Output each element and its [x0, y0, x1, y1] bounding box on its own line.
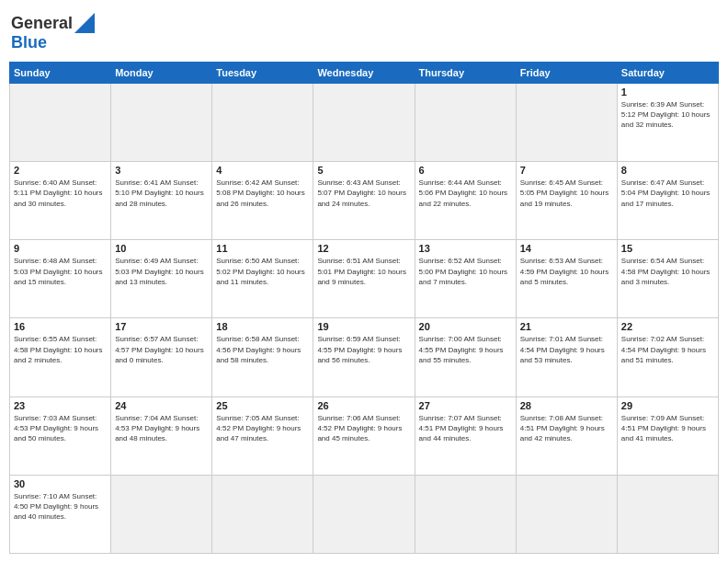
calendar-header: SundayMondayTuesdayWednesdayThursdayFrid…	[10, 63, 719, 84]
calendar-cell: 14Sunrise: 6:53 AM Sunset: 4:59 PM Dayli…	[516, 240, 617, 318]
logo-general-text: General	[11, 14, 73, 33]
calendar-cell: 8Sunrise: 6:47 AM Sunset: 5:04 PM Daylig…	[617, 162, 718, 240]
calendar-cell	[313, 84, 415, 162]
calendar-cell	[617, 475, 718, 553]
weekday-header-tuesday: Tuesday	[212, 63, 313, 84]
calendar-cell: 9Sunrise: 6:48 AM Sunset: 5:03 PM Daylig…	[10, 240, 111, 318]
calendar-cell	[415, 475, 516, 553]
day-info: Sunrise: 6:44 AM Sunset: 5:06 PM Dayligh…	[419, 178, 512, 209]
day-info: Sunrise: 6:57 AM Sunset: 4:57 PM Dayligh…	[115, 334, 208, 365]
calendar-cell: 12Sunrise: 6:51 AM Sunset: 5:01 PM Dayli…	[313, 240, 415, 318]
calendar-cell: 13Sunrise: 6:52 AM Sunset: 5:00 PM Dayli…	[415, 240, 516, 318]
calendar-week-6: 30Sunrise: 7:10 AM Sunset: 4:50 PM Dayli…	[10, 475, 719, 553]
calendar-cell	[415, 84, 516, 162]
day-info: Sunrise: 7:01 AM Sunset: 4:54 PM Dayligh…	[520, 334, 613, 365]
calendar-cell: 1Sunrise: 6:39 AM Sunset: 5:12 PM Daylig…	[617, 84, 718, 162]
logo: General Blue	[11, 13, 95, 52]
calendar-cell	[111, 84, 212, 162]
calendar-cell	[212, 84, 313, 162]
svg-marker-0	[74, 13, 95, 33]
calendar-cell	[516, 84, 617, 162]
day-number: 8	[621, 165, 714, 176]
calendar-cell: 17Sunrise: 6:57 AM Sunset: 4:57 PM Dayli…	[111, 318, 212, 396]
day-number: 17	[115, 321, 208, 332]
calendar-cell	[212, 475, 313, 553]
calendar-week-1: 1Sunrise: 6:39 AM Sunset: 5:12 PM Daylig…	[10, 84, 719, 162]
calendar-week-2: 2Sunrise: 6:40 AM Sunset: 5:11 PM Daylig…	[10, 162, 719, 240]
day-number: 22	[621, 321, 714, 332]
weekday-header-monday: Monday	[111, 63, 212, 84]
day-info: Sunrise: 7:06 AM Sunset: 4:52 PM Dayligh…	[317, 413, 410, 444]
weekday-header-row: SundayMondayTuesdayWednesdayThursdayFrid…	[10, 63, 719, 84]
calendar-body: 1Sunrise: 6:39 AM Sunset: 5:12 PM Daylig…	[10, 84, 719, 554]
calendar-cell: 19Sunrise: 6:59 AM Sunset: 4:55 PM Dayli…	[313, 318, 415, 396]
day-info: Sunrise: 6:54 AM Sunset: 4:58 PM Dayligh…	[621, 256, 714, 287]
day-info: Sunrise: 6:52 AM Sunset: 5:00 PM Dayligh…	[419, 256, 512, 287]
day-info: Sunrise: 7:07 AM Sunset: 4:51 PM Dayligh…	[419, 413, 512, 444]
day-info: Sunrise: 7:04 AM Sunset: 4:53 PM Dayligh…	[115, 413, 208, 444]
day-info: Sunrise: 6:51 AM Sunset: 5:01 PM Dayligh…	[317, 256, 410, 287]
calendar-cell: 16Sunrise: 6:55 AM Sunset: 4:58 PM Dayli…	[10, 318, 111, 396]
day-info: Sunrise: 6:39 AM Sunset: 5:12 PM Dayligh…	[621, 99, 714, 131]
day-number: 25	[216, 400, 309, 411]
day-info: Sunrise: 7:08 AM Sunset: 4:51 PM Dayligh…	[520, 413, 613, 444]
weekday-header-wednesday: Wednesday	[313, 63, 415, 84]
day-info: Sunrise: 7:03 AM Sunset: 4:53 PM Dayligh…	[14, 413, 107, 444]
day-number: 16	[14, 321, 107, 332]
weekday-header-sunday: Sunday	[10, 63, 111, 84]
calendar-cell	[10, 84, 111, 162]
weekday-header-saturday: Saturday	[617, 63, 718, 84]
calendar-cell: 20Sunrise: 7:00 AM Sunset: 4:55 PM Dayli…	[415, 318, 516, 396]
day-number: 19	[317, 321, 410, 332]
day-info: Sunrise: 6:49 AM Sunset: 5:03 PM Dayligh…	[115, 256, 208, 287]
day-number: 24	[115, 400, 208, 411]
calendar-cell: 25Sunrise: 7:05 AM Sunset: 4:52 PM Dayli…	[212, 396, 313, 475]
calendar-cell: 7Sunrise: 6:45 AM Sunset: 5:05 PM Daylig…	[516, 162, 617, 240]
day-number: 11	[216, 243, 309, 254]
day-info: Sunrise: 6:53 AM Sunset: 4:59 PM Dayligh…	[520, 256, 613, 287]
calendar-cell: 29Sunrise: 7:09 AM Sunset: 4:51 PM Dayli…	[617, 396, 718, 475]
day-info: Sunrise: 6:55 AM Sunset: 4:58 PM Dayligh…	[14, 334, 107, 365]
day-number: 4	[216, 165, 309, 176]
day-number: 12	[317, 243, 410, 254]
day-info: Sunrise: 7:05 AM Sunset: 4:52 PM Dayligh…	[216, 413, 309, 444]
day-number: 20	[419, 321, 512, 332]
calendar-cell: 28Sunrise: 7:08 AM Sunset: 4:51 PM Dayli…	[516, 396, 617, 475]
calendar-table: SundayMondayTuesdayWednesdayThursdayFrid…	[9, 62, 719, 554]
calendar-cell: 11Sunrise: 6:50 AM Sunset: 5:02 PM Dayli…	[212, 240, 313, 318]
day-info: Sunrise: 7:02 AM Sunset: 4:54 PM Dayligh…	[621, 334, 714, 365]
day-info: Sunrise: 6:48 AM Sunset: 5:03 PM Dayligh…	[14, 256, 107, 287]
day-number: 14	[520, 243, 613, 254]
calendar-cell: 2Sunrise: 6:40 AM Sunset: 5:11 PM Daylig…	[10, 162, 111, 240]
day-info: Sunrise: 7:00 AM Sunset: 4:55 PM Dayligh…	[419, 334, 512, 365]
day-number: 2	[14, 165, 107, 176]
calendar-cell: 26Sunrise: 7:06 AM Sunset: 4:52 PM Dayli…	[313, 396, 415, 475]
logo-triangle-icon	[74, 13, 95, 33]
header: General Blue	[9, 9, 719, 56]
day-number: 1	[621, 86, 714, 98]
day-number: 9	[14, 243, 107, 254]
day-info: Sunrise: 6:45 AM Sunset: 5:05 PM Dayligh…	[520, 178, 613, 209]
day-info: Sunrise: 6:40 AM Sunset: 5:11 PM Dayligh…	[14, 178, 107, 209]
calendar-cell: 15Sunrise: 6:54 AM Sunset: 4:58 PM Dayli…	[617, 240, 718, 318]
day-info: Sunrise: 6:47 AM Sunset: 5:04 PM Dayligh…	[621, 178, 714, 209]
calendar-week-4: 16Sunrise: 6:55 AM Sunset: 4:58 PM Dayli…	[10, 318, 719, 396]
day-number: 5	[317, 165, 410, 176]
calendar-cell: 23Sunrise: 7:03 AM Sunset: 4:53 PM Dayli…	[10, 396, 111, 475]
day-number: 28	[520, 400, 613, 411]
weekday-header-thursday: Thursday	[415, 63, 516, 84]
day-number: 26	[317, 400, 410, 411]
calendar-cell: 18Sunrise: 6:58 AM Sunset: 4:56 PM Dayli…	[212, 318, 313, 396]
calendar-cell: 5Sunrise: 6:43 AM Sunset: 5:07 PM Daylig…	[313, 162, 415, 240]
calendar-cell: 27Sunrise: 7:07 AM Sunset: 4:51 PM Dayli…	[415, 396, 516, 475]
day-number: 30	[14, 478, 107, 489]
weekday-header-friday: Friday	[516, 63, 617, 84]
day-info: Sunrise: 6:43 AM Sunset: 5:07 PM Dayligh…	[317, 178, 410, 209]
day-number: 15	[621, 243, 714, 254]
day-number: 29	[621, 400, 714, 411]
day-number: 3	[115, 165, 208, 176]
calendar-cell: 4Sunrise: 6:42 AM Sunset: 5:08 PM Daylig…	[212, 162, 313, 240]
day-info: Sunrise: 7:10 AM Sunset: 4:50 PM Dayligh…	[14, 491, 107, 523]
day-info: Sunrise: 7:09 AM Sunset: 4:51 PM Dayligh…	[621, 413, 714, 444]
day-number: 10	[115, 243, 208, 254]
